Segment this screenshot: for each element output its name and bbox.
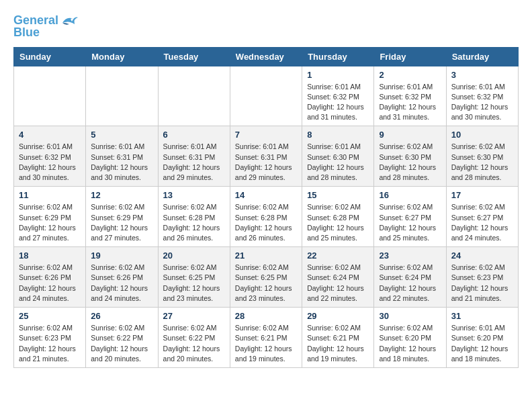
day-info: Sunrise: 6:02 AM Sunset: 6:25 PM Dayligh… (163, 263, 225, 304)
calendar-cell: 15Sunrise: 6:02 AM Sunset: 6:28 PM Dayli… (302, 187, 374, 247)
calendar-cell: 2Sunrise: 6:01 AM Sunset: 6:32 PM Daylig… (374, 66, 446, 126)
calendar-cell: 12Sunrise: 6:02 AM Sunset: 6:29 PM Dayli… (86, 187, 158, 247)
day-number: 9 (379, 130, 441, 140)
day-number: 11 (19, 190, 81, 200)
calendar-cell: 28Sunrise: 6:02 AM Sunset: 6:21 PM Dayli… (230, 308, 302, 368)
logo-blue-text: Blue (13, 26, 40, 40)
day-number: 3 (451, 70, 513, 80)
day-info: Sunrise: 6:02 AM Sunset: 6:26 PM Dayligh… (19, 263, 81, 304)
logo-bird-icon (60, 13, 79, 28)
day-info: Sunrise: 6:02 AM Sunset: 6:27 PM Dayligh… (379, 202, 441, 243)
weekday-header-friday: Friday (374, 47, 446, 66)
weekday-header-thursday: Thursday (302, 47, 374, 66)
calendar-cell: 13Sunrise: 6:02 AM Sunset: 6:28 PM Dayli… (158, 187, 230, 247)
day-info: Sunrise: 6:01 AM Sunset: 6:31 PM Dayligh… (91, 142, 152, 183)
day-info: Sunrise: 6:01 AM Sunset: 6:32 PM Dayligh… (307, 82, 369, 123)
day-number: 12 (91, 190, 152, 200)
calendar-cell: 17Sunrise: 6:02 AM Sunset: 6:27 PM Dayli… (446, 187, 518, 247)
day-number: 29 (307, 311, 369, 321)
day-number: 17 (451, 190, 513, 200)
day-number: 23 (379, 250, 441, 261)
day-info: Sunrise: 6:02 AM Sunset: 6:21 PM Dayligh… (307, 323, 369, 364)
day-number: 7 (235, 130, 297, 140)
calendar-cell: 5Sunrise: 6:01 AM Sunset: 6:31 PM Daylig… (86, 126, 158, 187)
calendar-cell: 6Sunrise: 6:01 AM Sunset: 6:31 PM Daylig… (158, 126, 230, 187)
day-number: 5 (91, 130, 152, 140)
calendar-cell: 24Sunrise: 6:02 AM Sunset: 6:23 PM Dayli… (446, 247, 518, 308)
day-number: 22 (307, 250, 369, 261)
calendar-cell: 11Sunrise: 6:02 AM Sunset: 6:29 PM Dayli… (14, 187, 86, 247)
day-info: Sunrise: 6:02 AM Sunset: 6:29 PM Dayligh… (19, 202, 81, 243)
day-info: Sunrise: 6:02 AM Sunset: 6:29 PM Dayligh… (91, 202, 152, 243)
day-info: Sunrise: 6:01 AM Sunset: 6:32 PM Dayligh… (451, 82, 513, 123)
calendar-header-row: SundayMondayTuesdayWednesdayThursdayFrid… (14, 47, 519, 66)
day-info: Sunrise: 6:02 AM Sunset: 6:23 PM Dayligh… (19, 323, 81, 364)
calendar-cell: 9Sunrise: 6:02 AM Sunset: 6:30 PM Daylig… (374, 126, 446, 187)
day-info: Sunrise: 6:02 AM Sunset: 6:24 PM Dayligh… (379, 263, 441, 304)
calendar-cell: 18Sunrise: 6:02 AM Sunset: 6:26 PM Dayli… (14, 247, 86, 308)
calendar-week-1: 1Sunrise: 6:01 AM Sunset: 6:32 PM Daylig… (14, 66, 519, 126)
calendar-week-3: 11Sunrise: 6:02 AM Sunset: 6:29 PM Dayli… (14, 187, 519, 247)
calendar-cell: 31Sunrise: 6:01 AM Sunset: 6:20 PM Dayli… (446, 308, 518, 368)
day-number: 13 (163, 190, 225, 200)
day-number: 19 (91, 250, 152, 261)
day-number: 2 (379, 70, 441, 80)
calendar-cell (86, 66, 158, 126)
calendar-cell: 10Sunrise: 6:02 AM Sunset: 6:30 PM Dayli… (446, 126, 518, 187)
calendar-cell: 1Sunrise: 6:01 AM Sunset: 6:32 PM Daylig… (302, 66, 374, 126)
weekday-header-saturday: Saturday (446, 47, 518, 66)
calendar-cell (158, 66, 230, 126)
day-number: 1 (307, 70, 369, 80)
calendar-cell: 27Sunrise: 6:02 AM Sunset: 6:22 PM Dayli… (158, 308, 230, 368)
day-number: 14 (235, 190, 297, 200)
day-info: Sunrise: 6:01 AM Sunset: 6:20 PM Dayligh… (451, 323, 513, 364)
calendar-week-2: 4Sunrise: 6:01 AM Sunset: 6:32 PM Daylig… (14, 126, 519, 187)
day-info: Sunrise: 6:02 AM Sunset: 6:30 PM Dayligh… (451, 142, 513, 183)
day-number: 25 (19, 311, 81, 321)
calendar-cell: 22Sunrise: 6:02 AM Sunset: 6:24 PM Dayli… (302, 247, 374, 308)
day-number: 31 (451, 311, 513, 321)
day-number: 10 (451, 130, 513, 140)
calendar-cell: 30Sunrise: 6:02 AM Sunset: 6:20 PM Dayli… (374, 308, 446, 368)
day-number: 30 (379, 311, 441, 321)
day-info: Sunrise: 6:02 AM Sunset: 6:28 PM Dayligh… (235, 202, 297, 243)
calendar-cell: 19Sunrise: 6:02 AM Sunset: 6:26 PM Dayli… (86, 247, 158, 308)
calendar-cell: 8Sunrise: 6:01 AM Sunset: 6:30 PM Daylig… (302, 126, 374, 187)
day-info: Sunrise: 6:02 AM Sunset: 6:21 PM Dayligh… (235, 323, 297, 364)
day-info: Sunrise: 6:02 AM Sunset: 6:25 PM Dayligh… (235, 263, 297, 304)
calendar-cell: 23Sunrise: 6:02 AM Sunset: 6:24 PM Dayli… (374, 247, 446, 308)
weekday-header-sunday: Sunday (14, 47, 86, 66)
day-number: 24 (451, 250, 513, 261)
day-number: 20 (163, 250, 225, 261)
day-number: 4 (19, 130, 81, 140)
calendar-cell: 25Sunrise: 6:02 AM Sunset: 6:23 PM Dayli… (14, 308, 86, 368)
calendar-cell (230, 66, 302, 126)
weekday-header-wednesday: Wednesday (230, 47, 302, 66)
calendar-cell: 4Sunrise: 6:01 AM Sunset: 6:32 PM Daylig… (14, 126, 86, 187)
calendar-cell (14, 66, 86, 126)
day-info: Sunrise: 6:02 AM Sunset: 6:22 PM Dayligh… (163, 323, 225, 364)
day-number: 18 (19, 250, 81, 261)
day-info: Sunrise: 6:02 AM Sunset: 6:20 PM Dayligh… (379, 323, 441, 364)
day-info: Sunrise: 6:02 AM Sunset: 6:27 PM Dayligh… (451, 202, 513, 243)
day-number: 27 (163, 311, 225, 321)
weekday-header-tuesday: Tuesday (158, 47, 230, 66)
day-info: Sunrise: 6:01 AM Sunset: 6:30 PM Dayligh… (307, 142, 369, 183)
weekday-header-monday: Monday (86, 47, 158, 66)
calendar-cell: 20Sunrise: 6:02 AM Sunset: 6:25 PM Dayli… (158, 247, 230, 308)
calendar-cell: 26Sunrise: 6:02 AM Sunset: 6:22 PM Dayli… (86, 308, 158, 368)
day-number: 26 (91, 311, 152, 321)
day-info: Sunrise: 6:02 AM Sunset: 6:28 PM Dayligh… (163, 202, 225, 243)
day-number: 28 (235, 311, 297, 321)
logo: General Blue (13, 13, 80, 40)
day-info: Sunrise: 6:02 AM Sunset: 6:22 PM Dayligh… (91, 323, 152, 364)
day-number: 16 (379, 190, 441, 200)
calendar-table: SundayMondayTuesdayWednesdayThursdayFrid… (13, 47, 519, 368)
calendar-cell: 16Sunrise: 6:02 AM Sunset: 6:27 PM Dayli… (374, 187, 446, 247)
day-info: Sunrise: 6:01 AM Sunset: 6:32 PM Dayligh… (19, 142, 81, 183)
day-info: Sunrise: 6:01 AM Sunset: 6:31 PM Dayligh… (163, 142, 225, 183)
day-number: 8 (307, 130, 369, 140)
calendar-cell: 29Sunrise: 6:02 AM Sunset: 6:21 PM Dayli… (302, 308, 374, 368)
day-info: Sunrise: 6:02 AM Sunset: 6:26 PM Dayligh… (91, 263, 152, 304)
day-number: 15 (307, 190, 369, 200)
